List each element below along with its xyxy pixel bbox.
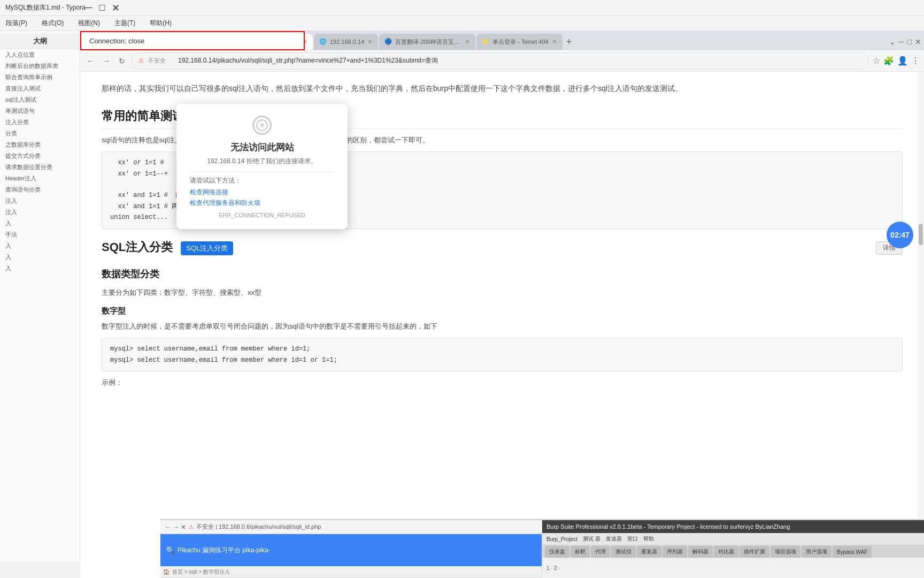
tab-close-6[interactable]: ✕ <box>552 38 557 45</box>
menu-paragraph[interactable]: 段落(P) <box>3 17 30 29</box>
bottom-nav-buttons[interactable]: ← → ✕ <box>165 523 186 531</box>
outline-item[interactable]: 注入 <box>0 195 80 207</box>
example-label: 示例： <box>102 377 903 389</box>
tab-favicon-6: ⭐ <box>482 38 489 45</box>
burp-tab-bypass[interactable]: Bypass WAF <box>833 546 872 558</box>
outline-item[interactable]: 查询语句分类 <box>0 184 80 195</box>
burp-tab-proxy[interactable]: 代理 <box>591 546 610 558</box>
bottom-address-bar: ← → ✕ ⚠ 不安全 | 192.168.0.6/pikachu/vul/sq… <box>160 520 542 534</box>
tab-close-5[interactable]: ✕ <box>465 38 470 45</box>
error-link-proxy[interactable]: 检查代理服务器和防火墙 <box>190 199 334 208</box>
burp-tab-dashboard[interactable]: 仪表盘 <box>545 546 569 558</box>
address-right: ☆ 🧩 👤 ⋮ <box>873 56 920 66</box>
extension-icon[interactable]: 🧩 <box>883 56 894 66</box>
menu-icon[interactable]: ⋮ <box>911 56 920 66</box>
bottom-left-panel: ← → ✕ ⚠ 不安全 | 192.168.0.6/pikachu/vul/sq… <box>160 520 542 578</box>
burp-tab-project-opts[interactable]: 项目选项 <box>771 546 800 558</box>
outline-item[interactable]: Header注入 <box>0 173 80 184</box>
menu-theme[interactable]: 主题(T) <box>111 17 138 29</box>
new-tab-button[interactable]: + <box>564 36 575 48</box>
bottom-forward[interactable]: → <box>173 523 179 531</box>
burp-tab-comparer[interactable]: 对比器 <box>714 546 738 558</box>
window-title: MySQL数据库1.md - Typora <box>5 3 86 12</box>
burp-title: Burp Suite Professional v2.0.1.1beta - T… <box>542 520 924 533</box>
url-input[interactable] <box>170 55 861 67</box>
error-link-network[interactable]: 检查网络连接 <box>190 188 334 197</box>
outline-item[interactable]: 判断后台的数据库类 <box>0 60 80 72</box>
connection-text: Connection: close <box>89 37 144 45</box>
outline-item[interactable]: sql注入测试 <box>0 94 80 105</box>
burp-menu-project[interactable]: Burp_Project <box>546 536 578 542</box>
outline-item[interactable]: 直接注入测试 <box>0 83 80 94</box>
tab-close-4[interactable]: ✕ <box>367 38 373 45</box>
tab-5[interactable]: 🔵 百度翻译-200种语言互译... ✕ <box>379 34 475 50</box>
burp-menu-test[interactable]: 测试 器 <box>583 535 600 543</box>
tab-4[interactable]: 🌐 192.168.0.14 ✕ <box>314 34 378 50</box>
minimize-btn[interactable]: ─ <box>899 37 904 46</box>
burp-tab-sequencer[interactable]: 序列器 <box>663 546 687 558</box>
burp-menu-send[interactable]: 发送器 <box>606 535 622 543</box>
tab-favicon-4: 🌐 <box>319 38 327 45</box>
burp-menu-help[interactable]: 帮助 <box>643 535 654 543</box>
forward-button[interactable]: → <box>101 55 112 67</box>
outline-item[interactable]: 注入 <box>0 207 80 218</box>
error-circle <box>252 116 272 135</box>
window-controls[interactable]: ─ □ ✕ <box>86 2 120 14</box>
tab-6[interactable]: ⭐ 单点登录 - Telnet 404 ✕ <box>476 34 563 50</box>
burp-tab-extender[interactable]: 插件扩展 <box>740 546 769 558</box>
outline-item[interactable]: 注入分类 <box>0 117 80 128</box>
outline-item[interactable]: 入 <box>0 263 80 274</box>
outline-item[interactable]: 入 <box>0 218 80 229</box>
bottom-url: 不安全 | 192.168.0.6/pikachu/vul/sqli/sqli_… <box>196 523 321 531</box>
tab-menu-btn[interactable]: ⌄ <box>889 37 896 46</box>
outline-item[interactable]: 入 <box>0 252 80 263</box>
menu-bar: 段落(P) 格式(O) 视图(N) 主题(T) 帮助(H) <box>0 16 924 31</box>
burp-content: 1 · 2 · <box>542 558 924 578</box>
menu-view[interactable]: 视图(N) <box>75 17 103 29</box>
profile-icon[interactable]: 👤 <box>897 56 908 66</box>
error-subtitle: 192.168.0.14 拒绝了我们的连接请求。 <box>190 157 334 166</box>
menu-format[interactable]: 格式(O) <box>38 17 67 29</box>
burp-tab-repeater[interactable]: 重复器 <box>637 546 661 558</box>
outline-item[interactable]: 入 <box>0 240 80 252</box>
sql-badge[interactable]: SQL注入分类 <box>181 241 233 255</box>
bottom-close[interactable]: ✕ <box>181 523 186 531</box>
menu-help[interactable]: 帮助(H) <box>147 17 175 29</box>
outline-item[interactable]: 手法 <box>0 229 80 240</box>
address-bar: ← → ↻ ⚠ 不安全 ☆ 🧩 👤 ⋮ <box>80 50 924 72</box>
bottom-back[interactable]: ← <box>165 523 171 531</box>
outline-header: 大纲 <box>0 34 80 49</box>
burp-tab-decoder[interactable]: 解码器 <box>688 546 713 558</box>
error-popup: 无法访问此网站 192.168.0.14 拒绝了我们的连接请求。 请尝试以下方法… <box>176 104 348 229</box>
scroll-indicator[interactable] <box>918 72 924 578</box>
connection-banner: Connection: close <box>80 31 305 50</box>
restore-btn[interactable]: □ <box>907 37 912 46</box>
code-block-2: mysql> select username,email from member… <box>102 338 903 371</box>
bookmark-icon[interactable]: ☆ <box>873 56 880 66</box>
outline-item[interactable]: 请求数据位置分类 <box>0 162 80 173</box>
pikachu-icon: 🔍 <box>166 546 175 554</box>
close-btn[interactable]: ✕ <box>915 37 921 46</box>
error-title: 无法访问此网站 <box>190 141 334 154</box>
time-badge: 02:47 <box>887 222 913 248</box>
burp-tab-tester[interactable]: 测试仪 <box>611 546 636 558</box>
outline-item[interactable]: 分类 <box>0 128 80 139</box>
bottom-security-icon: ⚠ <box>189 524 194 530</box>
back-button[interactable]: ← <box>84 55 96 67</box>
burp-tab-target[interactable]: 标靶 <box>571 546 590 558</box>
outline-item[interactable]: 提交方式分类 <box>0 150 80 162</box>
burp-menu-window[interactable]: 室口 <box>627 535 638 543</box>
reload-button[interactable]: ↻ <box>117 55 127 67</box>
section2-title: SQL注入分类 <box>102 237 173 260</box>
outline-item[interactable]: 之数据库分类 <box>0 139 80 150</box>
numeric-desc: 数字型注入的时候，是不需要考虑单双引号闭合问题的，因为sql语句中的数字是不需要… <box>102 321 903 332</box>
outline-item[interactable]: 单测试语句 <box>0 105 80 117</box>
content-area: 那样的话，其实我们可以自己写很多的sql注入语句，然后放到某个文件中，充当我们的… <box>80 72 924 578</box>
pikachu-text: Pikachu 漏洞练习平台 pika-pika- <box>178 546 270 555</box>
burp-tab-user-opts[interactable]: 用户选项 <box>802 546 831 558</box>
scroll-thumb[interactable] <box>919 224 923 245</box>
outline-item[interactable]: 联合查询简单示例 <box>0 72 80 83</box>
security-label: 不安全 <box>148 57 166 65</box>
outline-item[interactable]: 入人点位置 <box>0 49 80 60</box>
numeric-title: 数字型 <box>102 304 903 318</box>
